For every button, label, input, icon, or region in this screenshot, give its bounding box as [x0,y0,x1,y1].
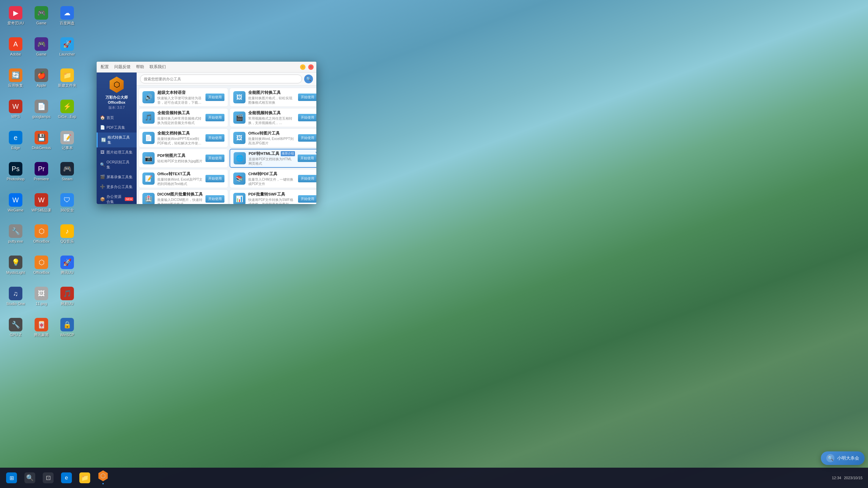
tool-office-to-image[interactable]: 🖼 Office转图片工具 批量转换Word, Excel和PPT到高清JPG图… [230,128,316,147]
tool-audio-convert[interactable]: 🎵 全能音频转换工具 批量转换几种常用音频格式转换为指定的音频文件格式 开始使用 [139,108,228,127]
tool-dicom-convert[interactable]: 🏥 DICOM图片批量转换工具 批量输入DICOM图片，快速转换为png图片格式… [139,189,228,204]
desktop-icon-3[interactable]: A Adobe [3,35,28,64]
tool-text-to-speech[interactable]: 🔊 超级文本转语音 快速输入文字便可快速转为语音，还可合成文语音，下载语音 开始… [139,88,228,107]
desktop-icon-23[interactable]: ♪ QQ音乐 [55,222,79,251]
desktop-icon-22[interactable]: ⬡ OfficeBox [29,222,54,251]
close-button[interactable]: × [308,64,314,70]
search-bar: 🔍 [137,73,316,86]
desktop-icon-16[interactable]: Pr Premiere [29,159,54,189]
desktop-icon-14[interactable]: 📝 记事本 [55,128,79,158]
desktop-icon-18[interactable]: W WeGame [3,190,28,220]
tool-image-convert[interactable]: 🖼 全能图片转换工具 批量转换图片格式，轻松实现图像格式相互转换 开始使用 [230,88,316,107]
logo-hexagon: ⬡ [108,77,125,93]
tool-btn-pdf-to-html[interactable]: 开始使用 [298,155,316,162]
menu-feedback[interactable]: 问题反馈 [114,64,131,70]
tool-chm-to-pdf[interactable]: 📚 CHM转PDF工具 批量导入CHM文件，一键转换成PDF文件 开始使用 [230,169,316,188]
desktop-icon-28[interactable]: 🖼 11.png [29,284,54,314]
tool-name-pdf-to-html: PDF转HTML工具 推荐介绍 [249,151,295,156]
icon-img-19: W [35,193,48,207]
tool-name-chm-to-pdf: CHM转PDF工具 [248,171,295,177]
desktop-icon-31[interactable]: 🀄 腾讯麻将 [29,315,54,345]
taskbar-taskview[interactable]: ⊡ [39,469,57,487]
desktop-icon-11[interactable]: ⚡ GiGe...Exp [55,97,79,127]
desktop-icon-2[interactable]: ☁ 百度网盘 [55,3,79,33]
taskbar-officebox[interactable]: ⬡ ● [94,469,112,487]
tool-pdf-to-image[interactable]: 📷 PDF转图片工具 轻松将PDF文档转换为jpg图片 开始使用 [139,149,228,168]
tool-btn-video-convert[interactable]: 开始使用 [298,114,316,121]
tool-btn-office-to-text[interactable]: 开始使用 [205,175,224,182]
desktop-icon-24[interactable]: 💡 MysticLight [3,253,28,283]
desktop-icon-8[interactable]: 📁 新建文件夹 [55,66,79,96]
minimize-button[interactable]: − [300,64,305,70]
tool-btn-text-to-speech[interactable]: 开始使用 [205,94,224,101]
taskbar-edge[interactable]: e [58,469,75,487]
sidebar-item-screen[interactable]: 🎬 屏幕录像工具集 [97,172,137,182]
desktop-icon-7[interactable]: 🍎 Apple [29,66,54,96]
tool-btn-pdf-to-swf[interactable]: 开始使用 [298,195,316,203]
desktop-icon-26[interactable]: 🚀 腾讯UU [55,253,79,283]
sidebar-item-office[interactable]: 📦 办公资源合集 NEW [97,192,137,204]
tool-info-chm-to-pdf: CHM转PDF工具 批量导入CHM文件，一键转换成PDF文件 [248,171,295,186]
menu-contact[interactable]: 联系我们 [150,64,166,70]
tool-btn-dicom-convert[interactable]: 开始使用 [205,195,224,203]
tool-desc-image-convert: 批量转换图片格式，轻松实现图像格式相互转换 [248,96,295,105]
tool-office-to-text[interactable]: 📝 Office转TEXT工具 批量转换Word, Excel及PPT文档到同格… [139,169,228,188]
search-button[interactable]: 🔍 [304,75,313,83]
taskbar-start[interactable]: ⊞ [3,469,20,487]
tool-btn-office-to-image[interactable]: 开始使用 [298,134,316,142]
desktop-icon-19[interactable]: W WPS精品课 [29,190,54,220]
tool-desc-pdf-to-image: 轻松将PDF文档转换为jpg图片 [157,159,203,163]
tool-desc-pdf-to-swf: 快速将PDF文件转换为SWF格式文件，并保留原有元素与格式 [248,198,295,204]
desktop-icon-32[interactable]: 🔒 WinSCP [55,315,79,345]
notification-bubble[interactable]: 🔍 小明大杀会 [821,451,865,465]
taskbar-explorer[interactable]: 📁 [76,469,94,487]
icon-img-7: 🍎 [35,68,48,82]
sidebar-item-ocr[interactable]: 🔍 OCR识别工具集 [97,157,137,172]
desktop-icon-4[interactable]: 🎮 Game [29,35,54,64]
sidebar-item-image[interactable]: 🖼 图片处理工具集 [97,147,137,157]
tool-video-convert[interactable]: 🎬 全能视频转换工具 常用视频格式之间任意互相转换，支持视频格式，MP4/FLV… [230,108,316,127]
search-input[interactable] [140,75,302,83]
desktop-icon-30[interactable]: 🔧 GPU-Z [3,315,28,345]
desktop-icon-12[interactable]: e Edge [3,128,28,158]
icon-label-18: WeGame [8,208,23,212]
tools-grid: 🔊 超级文本转语音 快速输入文字便可快速转为语音，还可合成文语音，下载语音 开始… [137,86,316,204]
sidebar-item-home[interactable]: 🏠 首页 [97,113,137,123]
taskbar-search[interactable]: 🔍 [21,469,39,487]
tool-btn-audio-convert[interactable]: 开始使用 [205,114,224,121]
desktop-icon-15[interactable]: Ps Photoshop [3,159,28,189]
sidebar-item-more[interactable]: ➕ 更多办公工具集 [97,182,137,192]
desktop-icon-1[interactable]: 🎮 Game [29,3,54,33]
desktop-icon-6[interactable]: 🔄 应用恢复 [3,66,28,96]
ocr-icon: 🔍 [100,162,105,167]
tool-doc-convert[interactable]: 📄 全能文档转换工具 批量转换Word/PPT/Excel到PDF格式，轻松解决… [139,128,228,147]
tool-pdf-to-html[interactable]: 🌐 PDF转HTML工具 推荐介绍 直接将PDF文档转换为HTML网页格式 开始… [230,149,316,168]
sidebar-item-format[interactable]: 🔄 格式转换工具集 [97,133,137,147]
desktop-icon-21[interactable]: 🔧 putty.exe [3,222,28,251]
tool-btn-pdf-to-image[interactable]: 开始使用 [205,155,224,162]
desktop-icon-10[interactable]: 📄 googlamps [29,97,54,127]
icon-label-20: 360安全 [60,208,74,212]
sidebar-item-pdf[interactable]: 📄 PDF工具集 [97,123,137,133]
menu-config[interactable]: 配置 [101,64,109,70]
desktop-icon-13[interactable]: 💾 DiskGenius [29,128,54,158]
tool-pdf-to-swf[interactable]: 📊 PDF批量转SWF工具 快速将PDF文件转换为SWF格式文件，并保留原有元素… [230,189,316,204]
icon-label-15: Photoshop [7,177,25,181]
icon-img-29: 🎵 [60,287,74,300]
tool-icon-office-to-image: 🖼 [233,132,245,144]
sidebar-item-office-label: 办公资源合集 [106,194,122,204]
tool-btn-doc-convert[interactable]: 开始使用 [205,134,224,142]
desktop-icon-20[interactable]: 🛡 360安全 [55,190,79,220]
menu-help[interactable]: 帮助 [136,64,144,70]
desktop-icon-9[interactable]: W WPS [3,97,28,127]
desktop-icon-17[interactable]: 🎮 Steam [55,159,79,189]
icon-img-8: 📁 [60,68,74,82]
desktop-icon-5[interactable]: 🚀 Launcher [55,35,79,64]
tool-btn-image-convert[interactable]: 开始使用 [298,94,316,101]
pdf-icon: 📄 [100,125,105,130]
tool-btn-chm-to-pdf[interactable]: 开始使用 [298,175,316,182]
desktop-icon-27[interactable]: ♫ Studio One [3,284,28,314]
desktop-icon-25[interactable]: ⬡ OfficeBox [29,253,54,283]
desktop-icon-29[interactable]: 🎵 网易UU [55,284,79,314]
desktop-icon-0[interactable]: ▶ 爱奇艺UU [3,3,28,33]
